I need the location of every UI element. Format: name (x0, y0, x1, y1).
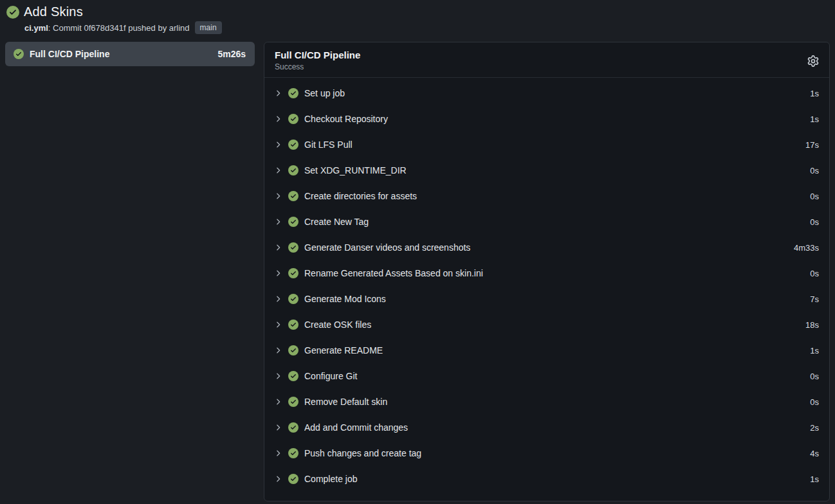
step-name: Remove Default skin (304, 397, 802, 407)
step-name: Create directories for assets (304, 191, 802, 201)
panel-header: Full CI/CD Pipeline Success (264, 42, 829, 78)
step-name: Set up job (304, 88, 802, 98)
commit-text: : Commit 0f678d341f pushed by arlind (48, 23, 190, 33)
success-check-circle-icon (288, 191, 298, 201)
step-duration: 0s (810, 397, 819, 407)
chevron-right-icon[interactable] (273, 192, 282, 201)
step-name: Set XDG_RUNTIME_DIR (304, 165, 802, 176)
gear-icon[interactable] (807, 55, 819, 67)
step-name: Rename Generated Assets Based on skin.in… (304, 268, 802, 278)
job-duration: 5m26s (217, 49, 246, 59)
chevron-right-icon[interactable] (273, 346, 282, 355)
run-title: Add Skins (24, 4, 83, 19)
step-duration: 2s (810, 423, 819, 433)
success-check-circle-icon (288, 474, 298, 484)
step-name: Create New Tag (304, 217, 802, 227)
job-item-full-ci-cd-pipeline[interactable]: Full CI/CD Pipeline 5m26s (5, 42, 255, 66)
step-duration: 4s (810, 449, 819, 458)
chevron-right-icon[interactable] (273, 449, 282, 458)
run-body: Full CI/CD Pipeline 5m26s Full CI/CD Pip… (0, 38, 835, 502)
success-check-circle-icon (288, 88, 298, 98)
step-name: Add and Commit changes (304, 422, 802, 433)
step-row[interactable]: Create OSK files 18s (264, 312, 829, 338)
step-row[interactable]: Generate Mod Icons 7s (264, 286, 829, 312)
step-row[interactable]: Configure Git 0s (264, 363, 829, 389)
step-duration: 7s (810, 294, 819, 304)
run-header: Add Skins ci.yml: Commit 0f678d341f push… (0, 0, 835, 38)
step-row[interactable]: Remove Default skin 0s (264, 389, 829, 415)
step-duration: 17s (805, 140, 819, 150)
chevron-right-icon[interactable] (273, 372, 282, 381)
chevron-right-icon[interactable] (273, 474, 282, 483)
chevron-right-icon[interactable] (273, 166, 282, 175)
step-duration: 1s (810, 346, 819, 356)
step-duration: 0s (810, 372, 819, 381)
step-name: Generate README (304, 345, 802, 356)
success-check-circle-icon (14, 49, 24, 59)
success-check-circle-icon (288, 165, 298, 176)
step-name: Configure Git (304, 371, 802, 381)
step-row[interactable]: Generate Danser videos and screenshots 4… (264, 235, 829, 260)
chevron-right-icon[interactable] (273, 140, 282, 149)
step-row[interactable]: Checkout Repository 1s (264, 106, 829, 132)
job-list: Full CI/CD Pipeline 5m26s (5, 42, 255, 66)
step-duration: 1s (810, 89, 819, 98)
success-check-circle-icon (288, 114, 298, 124)
step-row[interactable]: Set up job 1s (264, 80, 829, 106)
chevron-right-icon[interactable] (273, 320, 282, 329)
step-name: Checkout Repository (304, 114, 802, 124)
chevron-right-icon[interactable] (273, 397, 282, 406)
success-check-circle-icon (288, 422, 298, 433)
step-row[interactable]: Set XDG_RUNTIME_DIR 0s (264, 158, 829, 183)
success-check-circle-icon (6, 6, 19, 19)
step-name: Push changes and create tag (304, 448, 802, 458)
step-duration: 1s (810, 114, 819, 124)
step-name: Generate Danser videos and screenshots (304, 242, 786, 253)
chevron-right-icon[interactable] (273, 243, 282, 252)
success-check-circle-icon (288, 371, 298, 381)
chevron-right-icon[interactable] (273, 269, 282, 278)
run-meta: ci.yml: Commit 0f678d341f pushed by arli… (24, 21, 829, 34)
chevron-right-icon[interactable] (273, 294, 282, 303)
chevron-right-icon[interactable] (273, 217, 282, 226)
step-row[interactable]: Create directories for assets 0s (264, 183, 829, 209)
success-check-circle-icon (288, 397, 298, 407)
step-row[interactable]: Add and Commit changes 2s (264, 415, 829, 440)
success-check-circle-icon (288, 268, 298, 278)
panel-job-title: Full CI/CD Pipeline (275, 50, 819, 60)
success-check-circle-icon (288, 294, 298, 304)
success-check-circle-icon (288, 320, 298, 330)
step-row[interactable]: Create New Tag 0s (264, 209, 829, 235)
step-duration: 0s (810, 217, 819, 227)
success-check-circle-icon (288, 345, 298, 356)
success-check-circle-icon (288, 242, 298, 253)
step-duration: 0s (810, 192, 819, 201)
job-name: Full CI/CD Pipeline (30, 49, 212, 59)
job-log-panel: Full CI/CD Pipeline Success Set up job 1… (264, 42, 830, 501)
step-duration: 4m33s (794, 243, 819, 253)
step-row[interactable]: Generate README 1s (264, 338, 829, 363)
success-check-circle-icon (288, 140, 298, 150)
step-duration: 0s (810, 269, 819, 278)
step-row[interactable]: Rename Generated Assets Based on skin.in… (264, 260, 829, 286)
success-check-circle-icon (288, 217, 298, 227)
step-duration: 1s (810, 474, 819, 484)
step-row[interactable]: Complete job 1s (264, 466, 829, 492)
chevron-right-icon[interactable] (273, 89, 282, 98)
step-duration: 18s (805, 320, 819, 330)
branch-badge[interactable]: main (195, 21, 222, 34)
steps-list: Set up job 1s Checkout Repository 1s Git… (264, 78, 829, 492)
step-name: Git LFS Pull (304, 140, 798, 150)
step-row[interactable]: Git LFS Pull 17s (264, 132, 829, 158)
workflow-file-link[interactable]: ci.yml (24, 23, 48, 33)
step-row[interactable]: Push changes and create tag 4s (264, 440, 829, 466)
panel-job-status: Success (275, 62, 819, 71)
step-name: Generate Mod Icons (304, 294, 802, 304)
step-duration: 0s (810, 166, 819, 176)
chevron-right-icon[interactable] (273, 114, 282, 123)
chevron-right-icon[interactable] (273, 423, 282, 432)
success-check-circle-icon (288, 448, 298, 458)
step-name: Complete job (304, 474, 802, 484)
step-name: Create OSK files (304, 320, 798, 330)
